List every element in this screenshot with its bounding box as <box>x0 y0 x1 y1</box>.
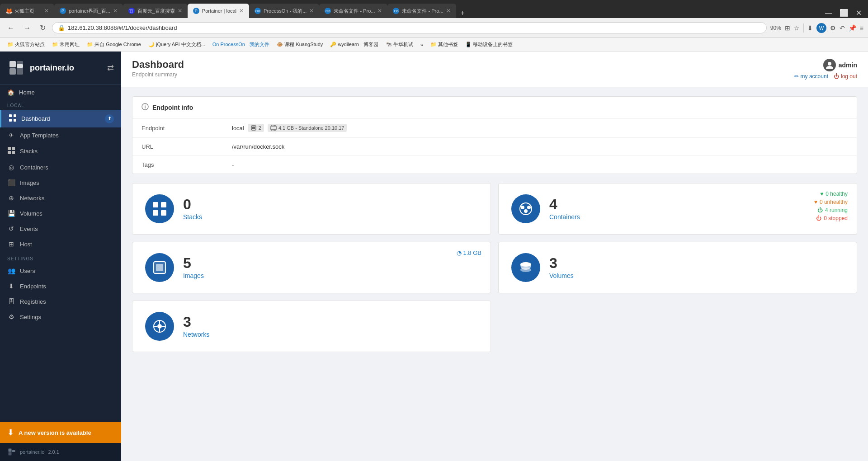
sidebar-item-app-templates[interactable]: ✈ App Templates <box>0 127 121 143</box>
tab-close-baidu[interactable]: ✕ <box>178 8 182 14</box>
new-tab-button[interactable]: + <box>458 8 467 18</box>
sidebar-item-volumes[interactable]: 💾 Volumes <box>0 206 121 221</box>
images-card[interactable]: 5 Images ◔ 1.8 GB <box>132 242 491 293</box>
sidebar-toggle-button[interactable]: ⇄ <box>107 63 114 73</box>
svg-rect-33 <box>161 210 166 216</box>
svg-rect-9 <box>12 147 15 150</box>
stacks-label: Stacks <box>183 213 202 221</box>
sidebar-item-networks[interactable]: ⊕ Networks <box>0 190 121 206</box>
maximize-button[interactable]: ⬜ <box>837 8 851 18</box>
new-version-banner[interactable]: ⬇ A new version is available <box>0 422 121 443</box>
bookmark-firefox[interactable]: 📁 火狐官方站点 <box>5 40 47 49</box>
tab-close-portainer-old[interactable]: ✕ <box>113 8 118 14</box>
sync-button[interactable]: 📌 <box>849 24 856 32</box>
images-info: 5 Images <box>183 256 204 279</box>
svg-rect-20 <box>252 127 255 129</box>
bookmark-jquery[interactable]: 🌙 jQuery API 中文文档... <box>146 40 208 49</box>
volumes-info: 3 Volumes <box>549 256 574 279</box>
svg-point-18 <box>145 105 146 106</box>
tab-processon3[interactable]: On 未命名文件 - Pro... ✕ <box>387 4 456 18</box>
sidebar-item-settings[interactable]: ⚙ Settings <box>0 309 121 325</box>
undo-button[interactable]: ↶ <box>840 24 845 32</box>
volumes-card[interactable]: 3 Volumes <box>498 242 857 293</box>
close-button[interactable]: ✕ <box>853 8 864 18</box>
user-name-display: admin <box>823 59 857 71</box>
stopped-badge: ⏻ 0 stopped <box>816 215 848 221</box>
minimize-button[interactable]: — <box>822 8 835 18</box>
address-bar[interactable]: 🔒 182.61.20.38:8088/#!/1/docker/dashboar… <box>52 22 767 33</box>
bookmark-kuang[interactable]: 🐵 课程-KuangStudy <box>274 40 326 49</box>
sidebar-item-events[interactable]: ↺ Events <box>0 221 121 236</box>
sidebar-item-host[interactable]: ⊞ Host <box>0 236 121 252</box>
sidebar-item-registries[interactable]: 🗄 Registries <box>0 294 121 309</box>
networks-icon: ⊕ <box>7 194 15 202</box>
tab-close-processon3[interactable]: ✕ <box>446 8 451 14</box>
tab-firefox[interactable]: 🦊 火狐主页 ✕ <box>0 4 54 18</box>
bookmark-niuhua[interactable]: 🐄 牛华机试 <box>383 40 416 49</box>
translate-button[interactable]: ⊞ <box>785 24 790 32</box>
networks-count: 3 <box>183 315 209 329</box>
images-count: 5 <box>183 256 204 270</box>
stacks-card[interactable]: 0 Stacks <box>132 183 491 235</box>
sidebar-item-stacks[interactable]: Stacks <box>0 143 121 160</box>
forward-button[interactable]: → <box>21 23 33 33</box>
portainer-version-footer: portainer.io 2.0.1 <box>0 443 121 461</box>
stop-icon: ⏻ <box>816 215 821 221</box>
tab-portainer-old[interactable]: P portainer界面_百... ✕ <box>54 4 123 18</box>
svg-rect-14 <box>12 450 15 452</box>
sidebar-home[interactable]: 🏠 Home <box>0 85 121 100</box>
download-button[interactable]: ⬇ <box>807 24 813 32</box>
tab-processon1[interactable]: On ProcessOn - 我的... ✕ <box>249 4 319 18</box>
bookmark-common[interactable]: 📁 常用网址 <box>49 40 82 49</box>
volumes-count: 3 <box>549 256 574 270</box>
sidebar-item-users[interactable]: 👥 Users <box>0 263 121 278</box>
containers-count: 4 <box>549 197 580 212</box>
menu-button[interactable]: ≡ <box>860 24 863 32</box>
sidebar-item-images[interactable]: ⬛ Images <box>0 175 121 190</box>
containers-label: Containers <box>549 213 580 221</box>
back-button[interactable]: ← <box>5 23 17 33</box>
bookmark-wyd[interactable]: 🔑 wydilearn - 博客园 <box>327 40 381 49</box>
new-version-icon: ⬇ <box>7 428 14 437</box>
tab-processon2[interactable]: On 未命名文件 - Pro... ✕ <box>319 4 387 18</box>
tab-portainer-local[interactable]: P Portainer | local ✕ <box>188 4 249 18</box>
stacks-count: 0 <box>183 197 202 212</box>
tab-baidu[interactable]: 百 百度云_百度搜索 ✕ <box>123 4 188 18</box>
svg-rect-12 <box>9 449 12 452</box>
extensions-button[interactable]: ⚙ <box>830 24 836 32</box>
tags-label: Tags <box>142 161 232 168</box>
my-account-link[interactable]: ✏ my account <box>794 73 828 80</box>
svg-rect-7 <box>14 119 16 122</box>
bookmark-processon[interactable]: On ProcessOn - 我的文件 <box>210 40 272 49</box>
containers-card[interactable]: 4 Containers ♥ 0 healthy ♥ 0 unhealthy <box>498 183 857 235</box>
tab-close-portainer-local[interactable]: ✕ <box>239 8 244 14</box>
log-out-link[interactable]: ⏻ log out <box>834 73 857 80</box>
local-section-label: LOCAL <box>0 100 121 110</box>
svg-rect-40 <box>156 264 163 271</box>
bookmark-chrome[interactable]: 📁 来自 Google Chrome <box>84 40 144 49</box>
endpoints-icon: ⬇ <box>7 282 15 290</box>
bookmark-button[interactable]: ☆ <box>794 24 800 32</box>
bookmark-other[interactable]: 📁 其他书签 <box>428 40 461 49</box>
networks-info: 3 Networks <box>183 315 209 338</box>
networks-card[interactable]: 3 Networks <box>132 301 491 352</box>
sidebar-item-endpoints[interactable]: ⬇ Endpoints <box>0 278 121 294</box>
tab-close-processon2[interactable]: ✕ <box>377 8 382 14</box>
reload-button[interactable]: ↻ <box>37 23 48 33</box>
svg-rect-10 <box>8 151 11 154</box>
account-icon: ✏ <box>794 73 799 80</box>
endpoint-value: local 2 4.1 GB - Standalone 20.10.17 <box>232 124 347 132</box>
svg-rect-11 <box>12 151 15 154</box>
page-subtitle: Endpoint summary <box>132 71 184 78</box>
sidebar-item-containers[interactable]: ◎ Containers <box>0 160 121 175</box>
tab-close-processon1[interactable]: ✕ <box>309 8 314 14</box>
volumes-icon-circle <box>511 253 540 282</box>
tab-close-firefox[interactable]: ✕ <box>44 8 49 14</box>
browser-tabs: 🦊 火狐主页 ✕ P portainer界面_百... ✕ 百 百度云_百度搜索… <box>0 0 868 18</box>
profile-w-button[interactable]: W <box>816 23 826 33</box>
sidebar-item-dashboard[interactable]: Dashboard ⬆ <box>0 110 121 127</box>
images-icon: ⬛ <box>7 179 15 186</box>
bookmark-mobile[interactable]: 📱 移动设备上的书签 <box>462 40 515 49</box>
bookmark-more[interactable]: » <box>418 41 426 48</box>
stacks-icon-circle <box>145 194 174 223</box>
